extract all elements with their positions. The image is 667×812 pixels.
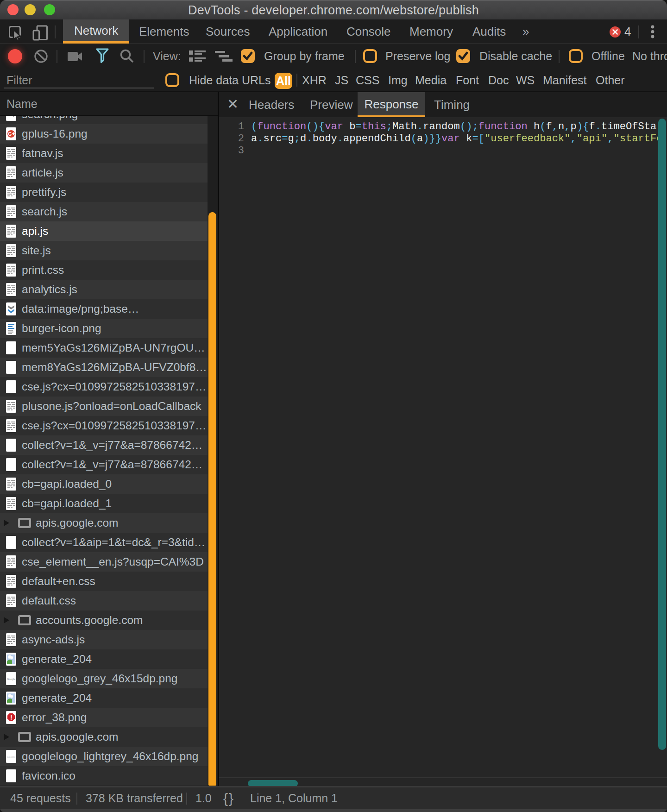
svg-text:G: G (8, 132, 12, 137)
svg-text:Google: Google (7, 678, 15, 680)
svg-text:Google: Google (7, 755, 15, 758)
